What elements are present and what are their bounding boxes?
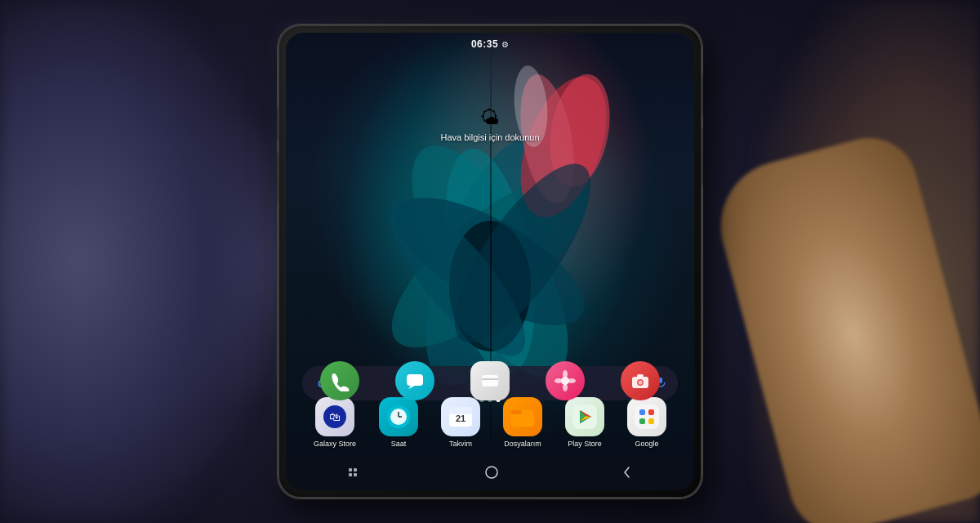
gear-icon: ⚙ [501, 40, 509, 49]
play-store-icon [565, 397, 604, 436]
weather-widget[interactable]: 🌤 Hava bilgisi için dokunun [440, 106, 539, 142]
google-label: Google [635, 440, 658, 448]
svg-rect-51 [349, 473, 352, 476]
dosyalarim-label: Dosyalarım [504, 440, 541, 448]
app-dock-row-1: 🛍 Galaxy Store Saat [302, 397, 678, 448]
saat-label: Saat [391, 440, 407, 448]
galaxy-store-label: Galaxy Store [314, 440, 356, 448]
svg-rect-33 [648, 409, 654, 415]
phone-screen: 06:35 ⚙ 🌤 Hava bilgisi için dokunun G [286, 33, 694, 490]
bg-blur-left [0, 0, 261, 523]
app-bixby[interactable] [546, 361, 585, 400]
app-phone[interactable] [320, 361, 359, 400]
app-messages[interactable] [395, 361, 434, 400]
svg-point-41 [563, 370, 568, 378]
volume-down-button [277, 153, 279, 202]
takvim-icon: 21 [441, 397, 480, 436]
phone-call-icon [320, 361, 359, 400]
app-galaxy-store[interactable]: 🛍 Galaxy Store [314, 397, 356, 448]
power-button [701, 75, 703, 116]
home-button[interactable] [485, 466, 498, 481]
status-bar: 06:35 ⚙ [286, 33, 694, 56]
app-camera[interactable] [621, 361, 660, 400]
svg-marker-37 [408, 386, 415, 389]
app-saat[interactable]: Saat [379, 397, 418, 448]
wallet-icon [470, 361, 510, 400]
play-store-label: Play Store [568, 440, 602, 448]
svg-point-44 [568, 378, 576, 383]
app-wallet[interactable] [470, 361, 510, 400]
svg-rect-36 [407, 374, 423, 386]
back-button[interactable] [622, 466, 632, 481]
app-dosyalarim[interactable]: Dosyalarım [503, 397, 542, 448]
nav-bar [286, 456, 694, 490]
phone-device: 06:35 ⚙ 🌤 Hava bilgisi için dokunun G [278, 25, 702, 498]
saat-icon [379, 397, 418, 436]
volume-up-button [277, 108, 279, 141]
svg-rect-38 [482, 375, 498, 387]
bixby-button [701, 128, 703, 186]
weather-icon: 🌤 [480, 106, 500, 129]
svg-rect-39 [482, 378, 498, 380]
svg-point-42 [563, 383, 568, 391]
messages-icon [395, 361, 434, 400]
weather-label: Hava bilgisi için dokunun [440, 132, 539, 142]
svg-rect-48 [637, 374, 644, 378]
takvim-label: Takvim [449, 440, 472, 448]
svg-text:🛍: 🛍 [329, 410, 341, 423]
app-takvim[interactable]: 21 Takvim [441, 397, 480, 448]
bixby-icon [546, 361, 585, 400]
svg-rect-32 [639, 409, 645, 415]
svg-rect-25 [511, 410, 522, 414]
svg-rect-34 [639, 418, 645, 424]
svg-point-53 [486, 467, 497, 478]
svg-rect-52 [354, 473, 357, 476]
svg-text:21: 21 [456, 413, 466, 423]
camera-icon [621, 361, 660, 400]
svg-rect-35 [648, 418, 654, 424]
app-dock-row-2 [302, 361, 678, 400]
dosyalarim-icon [503, 397, 542, 436]
clock: 06:35 [471, 38, 498, 50]
galaxy-store-icon: 🛍 [315, 397, 354, 436]
app-play-store[interactable]: Play Store [565, 397, 604, 448]
svg-rect-31 [635, 405, 659, 429]
google-icon [627, 397, 666, 436]
svg-point-43 [555, 378, 563, 383]
svg-rect-49 [349, 468, 352, 472]
app-google[interactable]: Google [627, 397, 666, 448]
recents-button[interactable] [348, 467, 361, 480]
svg-rect-50 [354, 468, 357, 472]
svg-point-47 [639, 381, 643, 385]
